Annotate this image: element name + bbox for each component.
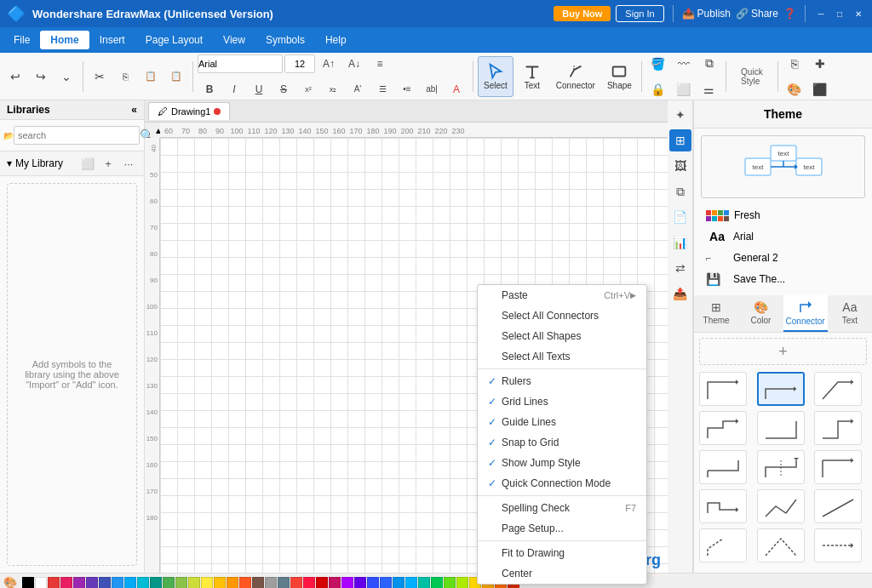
- tab-theme[interactable]: ⊞ Theme: [694, 295, 738, 332]
- color-swatch[interactable]: [393, 577, 404, 589]
- tab-text[interactable]: Aa Text: [828, 295, 872, 332]
- superscript-button[interactable]: x²: [296, 77, 320, 101]
- ctx-select-texts[interactable]: Select All Texts: [478, 346, 646, 367]
- help-button[interactable]: ❓: [783, 8, 796, 20]
- ctx-guidelines[interactable]: ✓ Guide Lines: [478, 412, 646, 432]
- color-swatch[interactable]: [303, 577, 315, 589]
- font-size-input[interactable]: 12: [284, 54, 315, 73]
- ctx-select-connectors[interactable]: Select All Connectors: [478, 305, 646, 326]
- decrease-font-button[interactable]: A↓: [342, 52, 366, 76]
- my-library-add-button[interactable]: +: [100, 155, 117, 172]
- font-color-button[interactable]: A: [445, 77, 468, 101]
- menu-page-layout[interactable]: Page Layout: [135, 31, 213, 49]
- menu-file[interactable]: File: [3, 31, 40, 49]
- align-dist-button[interactable]: ⚌: [697, 77, 721, 101]
- font-family-select[interactable]: Arial: [198, 54, 283, 73]
- color-swatch[interactable]: [354, 577, 366, 589]
- list-button[interactable]: ☰: [370, 77, 394, 101]
- underline-button[interactable]: U: [247, 77, 271, 101]
- color-swatch[interactable]: [201, 577, 213, 589]
- iconbar-export[interactable]: 📤: [669, 283, 691, 305]
- ctx-select-shapes[interactable]: Select All Shapes: [478, 326, 646, 346]
- ctx-center[interactable]: Center: [478, 563, 646, 584]
- menu-home[interactable]: Home: [40, 31, 89, 49]
- color-swatch[interactable]: [188, 577, 200, 589]
- lock-button[interactable]: 🔒: [646, 77, 670, 101]
- iconbar-chart[interactable]: 📊: [669, 231, 691, 254]
- publish-button[interactable]: 📤 Publish: [682, 8, 731, 20]
- color-swatch[interactable]: [380, 577, 392, 589]
- ctx-jump[interactable]: ✓ Show Jump Style: [478, 453, 646, 473]
- color-swatch[interactable]: [150, 577, 162, 589]
- color-swatch[interactable]: [405, 577, 417, 589]
- connector-style-3[interactable]: [814, 372, 862, 406]
- group-button[interactable]: ⬜: [672, 77, 696, 101]
- paste-button[interactable]: 📋: [164, 65, 188, 88]
- tab-color[interactable]: 🎨 Color: [738, 295, 783, 332]
- iconbar-expand[interactable]: ⇄: [669, 257, 691, 279]
- color-swatch[interactable]: [290, 577, 302, 589]
- more-button[interactable]: ⌄: [54, 65, 78, 88]
- iconbar-layers[interactable]: ⧉: [669, 180, 691, 203]
- color-swatch[interactable]: [99, 577, 111, 589]
- buy-now-button[interactable]: Buy Now: [554, 6, 611, 21]
- insert-button[interactable]: ✚: [808, 52, 832, 76]
- minimize-button[interactable]: ─: [814, 7, 828, 20]
- iconbar-image[interactable]: 🖼: [669, 155, 691, 177]
- text-wrap-button[interactable]: ab|: [420, 77, 444, 101]
- menu-view[interactable]: View: [213, 31, 255, 49]
- format-button[interactable]: 📋: [139, 65, 163, 88]
- my-library-expand-icon[interactable]: ▾: [7, 157, 12, 169]
- ctx-paste[interactable]: Paste Ctrl+V: [478, 285, 646, 305]
- color-swatch[interactable]: [227, 577, 238, 589]
- close-button[interactable]: ✕: [852, 7, 865, 20]
- connector-style-13[interactable]: [699, 528, 747, 562]
- color-swatch[interactable]: [316, 577, 328, 589]
- drawing1-tab[interactable]: 🖊 Drawing1: [148, 102, 230, 120]
- iconbar-pointer[interactable]: ✦: [669, 104, 691, 126]
- connector-style-7[interactable]: [699, 450, 747, 484]
- connector-style-11[interactable]: [757, 489, 805, 523]
- ctx-snap[interactable]: ✓ Snap to Grid: [478, 432, 646, 453]
- color-swatch[interactable]: [73, 577, 85, 589]
- shape-tool-button[interactable]: Shape: [602, 56, 637, 97]
- text-tool-button[interactable]: Text: [515, 56, 549, 97]
- iconbar-page[interactable]: 📄: [669, 206, 691, 228]
- color-swatch[interactable]: [341, 577, 353, 589]
- connector-style-2[interactable]: [757, 372, 805, 406]
- color-swatch[interactable]: [278, 577, 290, 589]
- bold-button[interactable]: B: [198, 77, 221, 101]
- color-swatch[interactable]: [367, 577, 379, 589]
- bullet-button[interactable]: •≡: [395, 77, 419, 101]
- iconbar-grid[interactable]: ⊞: [669, 129, 691, 151]
- strikethrough-button[interactable]: S: [272, 77, 295, 101]
- color-swatch[interactable]: [137, 577, 149, 589]
- my-library-window-button[interactable]: ⬜: [79, 155, 96, 172]
- connector-style-12[interactable]: [814, 489, 862, 523]
- cut-button[interactable]: ✂: [88, 65, 112, 88]
- ctx-gridlines[interactable]: ✓ Grid Lines: [478, 391, 646, 412]
- color-swatch[interactable]: [431, 577, 443, 589]
- align-button[interactable]: ≡: [368, 52, 392, 76]
- color-swatch[interactable]: [175, 577, 187, 589]
- theme-fresh[interactable]: Fresh: [701, 207, 865, 224]
- connector-style-10[interactable]: [699, 489, 747, 523]
- ctx-page-setup[interactable]: Page Setup...: [478, 518, 646, 539]
- connector-style-14[interactable]: [757, 528, 805, 562]
- ctx-quick-connect[interactable]: ✓ Quick Connection Mode: [478, 473, 646, 494]
- select-tool-button[interactable]: Select: [478, 56, 513, 97]
- copy-button[interactable]: ⎘: [113, 65, 137, 88]
- connector-style-9[interactable]: [814, 450, 862, 484]
- copy-style-button[interactable]: ⎘: [783, 52, 806, 76]
- color-swatch[interactable]: [48, 577, 60, 589]
- color-swatch[interactable]: [252, 577, 264, 589]
- color-swatch[interactable]: [444, 577, 456, 589]
- share-button[interactable]: 🔗 Share: [736, 8, 778, 20]
- menu-symbols[interactable]: Symbols: [255, 31, 315, 49]
- maximize-button[interactable]: □: [833, 7, 846, 20]
- tab-connector[interactable]: Connector: [783, 295, 828, 332]
- color-swatch[interactable]: [22, 577, 34, 589]
- color-swatch[interactable]: [86, 577, 98, 589]
- color-swatch[interactable]: [214, 577, 226, 589]
- connector-style-5[interactable]: [757, 411, 805, 445]
